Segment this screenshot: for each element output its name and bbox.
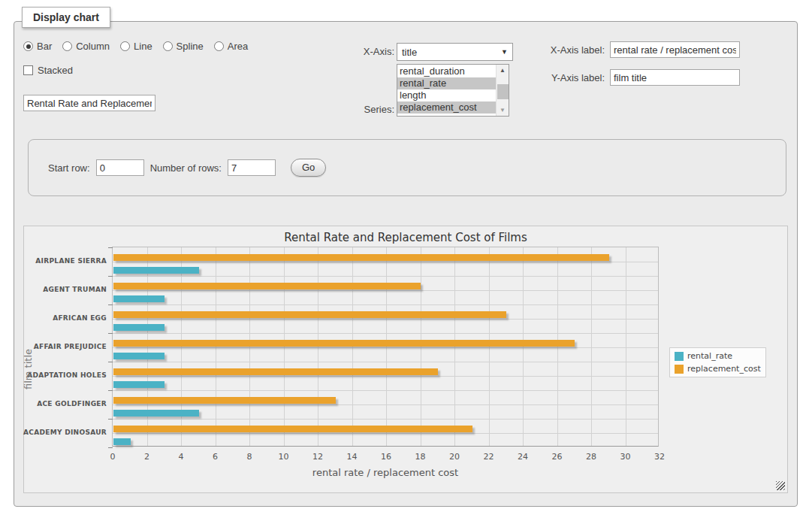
chart-legend: rental_ratereplacement_cost [669,347,766,377]
legend-label: rental_rate [687,351,732,361]
radio-icon[interactable] [62,41,72,51]
gridline [591,247,592,446]
chart-type-label: Area [228,41,248,52]
bar-replacement_cost [113,397,336,404]
go-button[interactable]: Go [291,159,326,177]
legend-swatch-icon [675,365,684,374]
chart-type-option-spline[interactable]: Spline [163,41,204,52]
gridline [249,247,250,446]
gridline [113,419,658,420]
chart-type-label: Column [76,41,110,52]
bar-rental_rate [113,438,131,445]
category-label: AFFAIR PREJUDICE [21,343,107,350]
category-label: AFRICAN EGG [21,314,107,322]
bar-replacement_cost [113,426,472,432]
gridline [113,333,658,334]
stacked-checkbox[interactable] [23,65,33,75]
chevron-down-icon: ▼ [501,48,508,56]
series-option-replacement_cost[interactable]: replacement_cost [397,101,496,114]
x-axis-label-input[interactable] [610,41,740,58]
gridline [284,247,285,446]
y-tick-mark [108,447,113,448]
category-label: AIRPLANE SIERRA [21,257,107,265]
num-rows-input[interactable] [228,159,276,176]
y-tick-mark [108,247,113,248]
x-tick-label: 12 [306,452,329,462]
x-tick-label: 14 [341,452,364,462]
bar-rental_rate [113,410,199,417]
chart-type-option-line[interactable]: Line [120,41,152,52]
category-label: ACE GOLDFINGER [21,400,107,407]
series-options: rental_durationrental_ratelengthreplacem… [397,65,509,114]
gridline [113,276,658,277]
radio-icon[interactable] [214,41,224,51]
series-option-length[interactable]: length [397,89,496,101]
scroll-up-icon[interactable]: ▲ [497,65,509,76]
bar-rental_rate [113,324,165,331]
display-chart-panel: Display chart BarColumnLineSplineArea St… [14,21,798,507]
y-axis-label-row: Y-Axis label: [546,69,740,86]
x-axis-label-row: X-Axis label: [546,41,740,58]
scrollbar-thumb[interactable] [497,84,509,99]
y-tick-mark [108,362,113,362]
x-tick-label: 6 [204,452,227,462]
series-list-label: Series: [362,104,394,115]
series-listbox[interactable]: rental_durationrental_ratelengthreplacem… [397,64,509,117]
x-tick-label: 20 [443,452,466,462]
chart-container: Rental Rate and Replacement Cost of Film… [23,226,788,493]
y-tick-mark [108,276,113,277]
x-tick-label: 22 [478,452,500,462]
x-tick-label: 0 [101,452,124,462]
chart-type-option-area[interactable]: Area [214,41,248,52]
legend-swatch-icon [675,352,684,361]
chart-type-option-column[interactable]: Column [62,41,110,52]
gridline [113,376,658,377]
resize-handle-icon[interactable] [776,481,785,490]
gridline [113,390,658,391]
row-range-controls: Start row: Number of rows: Go [28,139,786,196]
category-label: ADAPTATION HOLES [21,371,107,379]
gridline [216,247,216,446]
chart-plot-area: 02468101214161820222426283032AIRPLANE SI… [112,247,659,447]
bar-replacement_cost [113,283,421,289]
x-axis-select[interactable]: title ▼ [397,43,513,61]
radio-icon[interactable] [163,41,173,51]
x-tick-label: 10 [273,452,295,462]
bar-rental_rate [113,353,165,359]
scroll-down-icon[interactable]: ▼ [497,105,509,116]
chart-title: Rental Rate and Replacement Cost of Film… [24,231,787,244]
x-tick-label: 4 [170,452,192,462]
gridline [523,247,524,446]
gridline [454,247,455,446]
series-option-rental_rate[interactable]: rental_rate [397,77,496,89]
gridline [421,247,421,446]
num-rows-label: Number of rows: [150,162,222,174]
legend-entry: rental_rate [675,351,761,361]
gridline [352,247,353,446]
radio-icon[interactable] [120,41,130,51]
start-row-input[interactable] [96,159,144,176]
category-label: ACADEMY DINOSAUR [21,429,107,436]
gridline [113,433,658,434]
chart-type-option-bar[interactable]: Bar [23,41,52,52]
x-tick-label: 24 [512,452,534,462]
chart-type-label: Bar [37,41,52,52]
chart-title-input[interactable] [23,95,155,111]
y-axis-label-input[interactable] [610,69,740,86]
stacked-option[interactable]: Stacked [23,65,73,76]
gridline [489,247,490,446]
bar-rental_rate [113,267,199,274]
chart-x-axis-title: rental rate / replacement cost [113,467,658,478]
gridline [557,247,558,446]
y-tick-mark [108,304,113,305]
x-tick-label: 2 [136,452,158,462]
legend-label: replacement_cost [687,364,761,374]
stacked-label: Stacked [38,65,73,76]
series-scrollbar[interactable]: ▲ ▼ [496,65,509,116]
category-label: AGENT TRUMAN [21,286,107,293]
start-row-label: Start row: [48,162,90,174]
y-tick-mark [108,390,113,391]
radio-icon[interactable] [23,41,33,51]
series-option-rental_duration[interactable]: rental_duration [397,65,496,77]
bar-replacement_cost [113,368,438,375]
